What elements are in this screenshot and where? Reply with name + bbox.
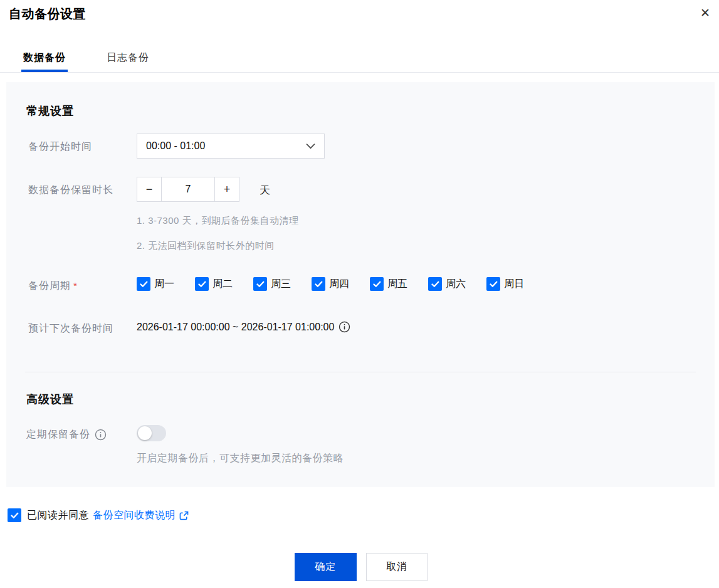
weekday-checkbox-mon[interactable]: 周一 [137, 277, 195, 291]
agreement-checkbox-checked[interactable] [8, 508, 21, 522]
retention-hint-1: 1. 3-7300 天，到期后备份集自动清理 [137, 215, 299, 227]
retention-stepper: − 7 + [137, 177, 239, 202]
periodic-retention-label: 定期保留备份 [26, 428, 90, 441]
agreement-row: 已阅读并同意 备份空间收费说明 [8, 508, 189, 522]
section-divider [25, 372, 696, 372]
required-asterisk: * [73, 280, 78, 291]
backup-start-time-select[interactable]: 00:00 - 01:00 [137, 134, 325, 159]
dialog-title: 自动备份设置 [9, 6, 86, 23]
next-backup-label: 预计下次备份时间 [28, 322, 113, 335]
check-icon [256, 281, 265, 288]
chevron-down-icon [306, 144, 315, 149]
info-icon[interactable] [95, 429, 107, 441]
periodic-retention-hint: 开启定期备份后，可支持更加灵活的备份策略 [137, 452, 344, 465]
next-backup-value: 2026-01-17 00:00:00 ~ 2026-01-17 01:00:0… [137, 322, 334, 333]
backup-start-time-value: 00:00 - 01:00 [146, 140, 205, 152]
confirm-button[interactable]: 确定 [295, 553, 357, 581]
retention-hint-2: 2. 无法回档到保留时长外的时间 [137, 240, 275, 252]
periodic-retention-toggle-off[interactable] [137, 425, 166, 441]
retention-unit: 天 [260, 183, 270, 197]
weekday-checkbox-sat[interactable]: 周六 [428, 277, 486, 291]
section-heading-general: 常规设置 [26, 103, 74, 118]
checkbox-checked [137, 277, 150, 291]
weekday-checkbox-sun[interactable]: 周日 [486, 277, 545, 291]
toggle-knob [138, 426, 152, 440]
checkbox-checked [428, 277, 442, 291]
check-icon [198, 281, 206, 288]
check-icon [315, 281, 323, 288]
checkbox-checked [253, 277, 267, 291]
backup-cycle-group: 周一 周二 周三 周四 周五 周六 [137, 277, 545, 291]
check-icon [373, 281, 381, 288]
tab-data-backup[interactable]: 数据备份 [23, 51, 66, 65]
checkbox-checked [486, 277, 500, 291]
check-icon [11, 512, 19, 519]
weekday-checkbox-wed[interactable]: 周三 [253, 277, 312, 291]
cancel-button[interactable]: 取消 [366, 553, 428, 581]
next-backup-row: 2026-01-17 00:00:00 ~ 2026-01-17 01:00:0… [137, 321, 350, 333]
check-icon [431, 281, 439, 288]
plus-button[interactable]: + [214, 177, 239, 202]
minus-button[interactable]: − [137, 177, 162, 202]
retention-label: 数据备份保留时长 [28, 184, 113, 197]
external-link-icon[interactable] [179, 511, 189, 520]
tab-log-backup[interactable]: 日志备份 [107, 51, 149, 65]
close-button[interactable]: ✕ [696, 4, 714, 21]
retention-value-input[interactable]: 7 [161, 177, 215, 202]
weekday-checkbox-tue[interactable]: 周二 [195, 277, 253, 291]
periodic-retention-label-row: 定期保留备份 [26, 428, 107, 441]
agreement-text: 已阅读并同意 [27, 509, 89, 522]
settings-panel: 常规设置 备份开始时间 00:00 - 01:00 数据备份保留时长 − 7 +… [6, 82, 715, 487]
check-icon [140, 281, 148, 288]
section-heading-advanced: 高级设置 [26, 392, 74, 407]
auto-backup-settings-dialog: 自动备份设置 ✕ 数据备份 日志备份 常规设置 备份开始时间 00:00 - 0… [0, 0, 719, 588]
checkbox-checked [195, 277, 209, 291]
weekday-checkbox-thu[interactable]: 周四 [312, 277, 370, 291]
backup-start-time-label: 备份开始时间 [28, 140, 92, 154]
checkbox-checked [312, 277, 325, 291]
info-icon[interactable] [339, 321, 350, 333]
tab-bar: 数据备份 日志备份 [0, 45, 719, 73]
close-icon: ✕ [700, 7, 710, 19]
backup-cycle-label: 备份周期* [28, 280, 78, 293]
check-icon [490, 281, 498, 288]
billing-description-link[interactable]: 备份空间收费说明 [93, 509, 176, 522]
weekday-checkbox-fri[interactable]: 周五 [370, 277, 428, 291]
checkbox-checked [370, 277, 384, 291]
